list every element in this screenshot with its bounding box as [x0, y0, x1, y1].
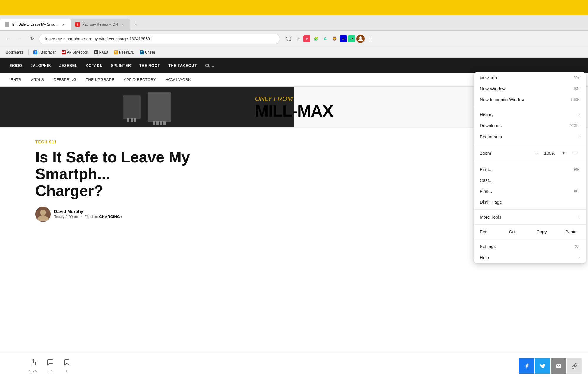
- zoom-controls: − 100% +: [532, 148, 580, 158]
- bookmarks-folder[interactable]: Bookmarks: [4, 49, 26, 56]
- menu-settings[interactable]: Settings ⌘,: [474, 241, 586, 252]
- bookmark-chase-label: Chase: [145, 50, 155, 54]
- svg-point-1: [359, 36, 362, 39]
- chrome-menu-button[interactable]: ⋮: [366, 34, 375, 44]
- menu-new-incognito-shortcut: ⇧⌘N: [570, 97, 580, 102]
- reset-favicon: R: [114, 50, 118, 54]
- menu-bookmarks[interactable]: Bookmarks ›: [474, 131, 586, 142]
- menu-print-shortcut: ⌘P: [573, 167, 580, 172]
- pxl-favicon: P: [94, 50, 98, 54]
- tab-inactive[interactable]: I Pathway Review - IGN ×: [71, 19, 130, 30]
- menu-downloads-label: Downloads: [480, 123, 502, 128]
- pocket-icon[interactable]: P: [303, 35, 310, 42]
- menu-divider-3: [474, 162, 586, 162]
- menu-find[interactable]: Find... ⌘F: [474, 186, 586, 197]
- pycharm-icon[interactable]: P: [348, 35, 355, 42]
- menu-downloads[interactable]: Downloads ⌥⌘L: [474, 120, 586, 131]
- menu-find-shortcut: ⌘F: [574, 189, 580, 193]
- menu-new-tab-shortcut: ⌘T: [574, 76, 580, 80]
- zoom-fullscreen-button[interactable]: [570, 148, 580, 158]
- menu-new-tab[interactable]: New Tab ⌘T: [474, 72, 586, 83]
- bookmark-fb-scraper[interactable]: f FB scraper: [31, 49, 58, 56]
- menu-help-label: Help: [480, 255, 489, 260]
- menu-help[interactable]: Help ›: [474, 252, 586, 263]
- menu-new-incognito[interactable]: New Incognito Window ⇧⌘N: [474, 94, 586, 105]
- grammarly-icon[interactable]: G: [321, 35, 329, 43]
- toolbar-icons: ☆ P 🧩 G 🦁 S P ⋮: [285, 34, 375, 44]
- bookmarks-label: Bookmarks: [6, 50, 24, 54]
- context-menu: New Tab ⌘T New Window ⌘N New Incognito W…: [474, 72, 586, 263]
- browser-frame: Is It Safe to Leave My Smartph... × I Pa…: [0, 0, 588, 379]
- back-button[interactable]: ←: [4, 34, 13, 44]
- reload-button[interactable]: ↻: [27, 34, 36, 44]
- svg-rect-5: [573, 151, 577, 155]
- bookmark-pxl8[interactable]: P PXL8: [92, 49, 110, 56]
- bookmarks-bar: Bookmarks f FB scraper AP AP Stylebook P…: [0, 47, 588, 58]
- star-icon[interactable]: ☆: [294, 35, 302, 43]
- forward-button[interactable]: →: [15, 34, 25, 44]
- menu-edit-row: Edit Cut Copy Paste: [474, 226, 586, 237]
- tab-favicon-2: I: [75, 22, 80, 27]
- menu-more-tools-arrow: ›: [578, 214, 580, 220]
- zoom-in-button[interactable]: +: [559, 148, 568, 158]
- menu-history[interactable]: History ›: [474, 109, 586, 120]
- url-text: -leave-my-smartphone-on-my-wireless-char…: [44, 36, 275, 41]
- menu-new-tab-label: New Tab: [480, 75, 497, 80]
- menu-divider-1: [474, 107, 586, 107]
- menu-cast-label: Cast...: [480, 178, 492, 183]
- extension-icon-1[interactable]: 🧩: [312, 35, 320, 43]
- url-bar[interactable]: -leave-my-smartphone-on-my-wireless-char…: [39, 34, 280, 44]
- page-content: GODO JALOPNIK JEZEBEL KOTAKU SPLINTER TH…: [0, 58, 588, 379]
- menu-edit-label: Edit: [474, 226, 497, 237]
- menu-print[interactable]: Print... ⌘P: [474, 164, 586, 175]
- tab-title-2: Pathway Review - IGN: [82, 22, 118, 26]
- address-bar: ← → ↻ -leave-my-smartphone-on-my-wireles…: [0, 31, 588, 47]
- menu-downloads-shortcut: ⌥⌘L: [569, 123, 580, 128]
- menu-history-arrow: ›: [578, 112, 580, 117]
- menu-paste-button[interactable]: Paste: [556, 226, 586, 237]
- bookmark-ap-stylebook[interactable]: AP AP Stylebook: [59, 49, 91, 56]
- menu-help-arrow: ›: [578, 255, 580, 260]
- menu-print-label: Print...: [480, 167, 492, 172]
- menu-zoom-label: Zoom: [480, 151, 532, 156]
- menu-new-window[interactable]: New Window ⌘N: [474, 83, 586, 94]
- menu-cast[interactable]: Cast...: [474, 175, 586, 186]
- menu-bookmarks-arrow: ›: [578, 134, 580, 139]
- menu-divider-6: [474, 239, 586, 239]
- menu-new-window-shortcut: ⌘N: [573, 87, 580, 91]
- cast-icon[interactable]: [285, 35, 293, 43]
- tab-close-1[interactable]: ×: [61, 22, 66, 27]
- zoom-value: 100%: [543, 151, 556, 156]
- context-menu-overlay: New Tab ⌘T New Window ⌘N New Incognito W…: [0, 58, 588, 379]
- menu-find-label: Find...: [480, 189, 492, 194]
- zoom-out-button[interactable]: −: [532, 148, 541, 158]
- bookmark-resetera[interactable]: R ResetEra: [111, 49, 136, 56]
- bookmark-reset-label: ResetEra: [119, 50, 134, 54]
- profile-icon[interactable]: [356, 35, 365, 43]
- menu-divider-2: [474, 144, 586, 144]
- tab-close-2[interactable]: ×: [120, 22, 126, 27]
- tab-active[interactable]: Is It Safe to Leave My Smartph... ×: [0, 19, 71, 30]
- menu-new-window-label: New Window: [480, 86, 506, 91]
- menu-cut-button[interactable]: Cut: [497, 226, 527, 237]
- fb-favicon: f: [33, 50, 37, 54]
- tab-bar: Is It Safe to Leave My Smartph... × I Pa…: [0, 15, 588, 31]
- bookmark-fb-label: FB scraper: [39, 50, 56, 54]
- menu-more-tools-label: More Tools: [480, 215, 501, 220]
- menu-new-incognito-label: New Incognito Window: [480, 97, 525, 102]
- menu-distill[interactable]: Distill Page: [474, 197, 586, 207]
- bookmark-chase[interactable]: C Chase: [137, 49, 158, 56]
- stream-icon[interactable]: S: [340, 35, 347, 42]
- menu-copy-button[interactable]: Copy: [527, 226, 556, 237]
- chase-favicon: C: [140, 50, 144, 54]
- tab-title-1: Is It Safe to Leave My Smartph...: [12, 22, 58, 26]
- menu-more-tools[interactable]: More Tools ›: [474, 211, 586, 222]
- menu-divider-4: [474, 209, 586, 210]
- tab-favicon-1: [5, 22, 9, 27]
- bookmark-ap-label: AP Stylebook: [67, 50, 88, 54]
- menu-bookmarks-label: Bookmarks: [480, 134, 502, 139]
- brave-shield-icon[interactable]: 🦁: [330, 35, 339, 43]
- menu-distill-label: Distill Page: [480, 200, 502, 205]
- bookmark-separator-1: [28, 50, 29, 55]
- new-tab-button[interactable]: +: [131, 20, 141, 29]
